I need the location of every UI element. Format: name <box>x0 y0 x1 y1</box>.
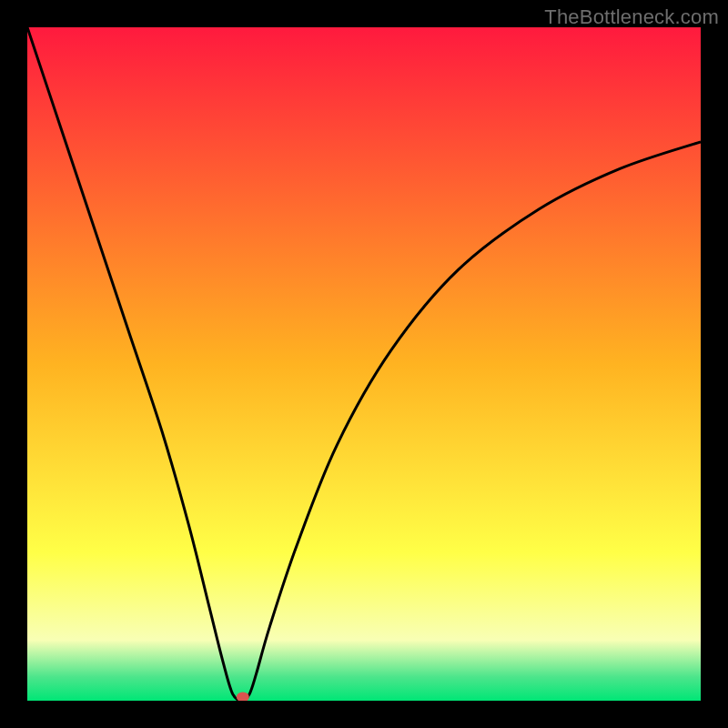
gradient-background <box>27 27 701 701</box>
plot-area <box>27 27 701 701</box>
watermark-text: TheBottleneck.com <box>544 5 719 29</box>
chart-frame: TheBottleneck.com <box>0 0 728 728</box>
bottleneck-chart <box>27 27 701 701</box>
